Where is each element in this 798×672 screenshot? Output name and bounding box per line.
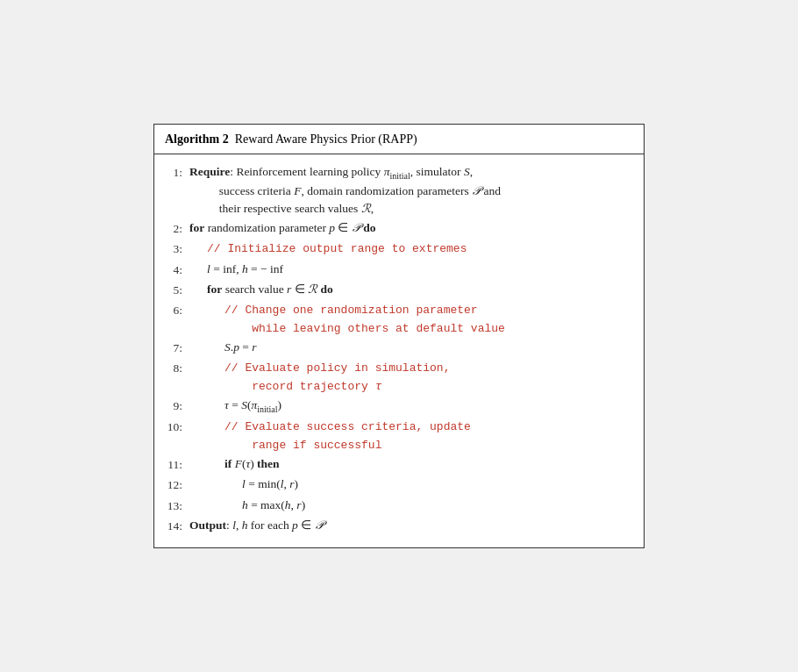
algorithm-label: Algorithm 2	[165, 132, 229, 146]
line-num-4: 4:	[165, 261, 189, 279]
line-10: 10: // Evaluate success criteria, update…	[165, 418, 633, 454]
line-content-7: S.p = r	[189, 339, 633, 356]
line-num-12: 12:	[165, 475, 189, 494]
line-2: 2: for randomization parameter p ∈ 𝒫 do	[165, 219, 633, 238]
line-9: 9: τ = S(πinitial)	[165, 397, 633, 416]
algorithm-body: 1: Require: Reinforcement learning polic…	[154, 154, 644, 547]
line-content-9: τ = S(πinitial)	[189, 397, 633, 416]
line-content-12: l = min(l, r)	[189, 475, 633, 493]
line-content-10: // Evaluate success criteria, update ran…	[189, 418, 633, 454]
line-content-11: if F(τ) then	[189, 455, 633, 473]
line-content-2: for randomization parameter p ∈ 𝒫 do	[189, 219, 633, 237]
algorithm-header: Algorithm 2 Reward Aware Physics Prior (…	[154, 125, 644, 154]
line-content-4: l = inf, h = − inf	[189, 261, 633, 278]
line-num-14: 14:	[165, 517, 189, 535]
line-num-1: 1:	[165, 163, 189, 182]
line-7: 7: S.p = r	[165, 339, 633, 357]
line-num-5: 5:	[165, 281, 189, 299]
line-content-3: // Initialize output range to extremes	[189, 239, 633, 258]
line-8: 8: // Evaluate policy in simulation, rec…	[165, 359, 633, 395]
line-num-9: 9:	[165, 397, 189, 415]
line-num-6: 6:	[165, 301, 189, 319]
line-4: 4: l = inf, h = − inf	[165, 261, 633, 279]
line-num-13: 13:	[165, 497, 189, 515]
line-3: 3: // Initialize output range to extreme…	[165, 239, 633, 258]
line-content-6: // Change one randomization parameter wh…	[189, 301, 633, 337]
line-content-8: // Evaluate policy in simulation, record…	[189, 359, 633, 395]
algorithm-box: Algorithm 2 Reward Aware Physics Prior (…	[153, 124, 645, 548]
line-1: 1: Require: Reinforcement learning polic…	[165, 163, 633, 218]
line-num-11: 11:	[165, 455, 189, 474]
line-num-3: 3:	[165, 239, 189, 258]
line-content-1: Require: Reinforcement learning policy π…	[189, 163, 633, 218]
line-12: 12: l = min(l, r)	[165, 475, 633, 494]
line-content-14: Output: l, h for each p ∈ 𝒫	[189, 517, 633, 534]
line-num-8: 8:	[165, 359, 189, 377]
line-content-13: h = max(h, r)	[189, 497, 633, 514]
line-13: 13: h = max(h, r)	[165, 497, 633, 515]
line-14: 14: Output: l, h for each p ∈ 𝒫	[165, 517, 633, 535]
line-num-7: 7:	[165, 339, 189, 357]
algorithm-title: Reward Aware Physics Prior (RAPP)	[232, 132, 417, 146]
line-num-10: 10:	[165, 418, 189, 436]
line-11: 11: if F(τ) then	[165, 455, 633, 474]
line-6: 6: // Change one randomization parameter…	[165, 301, 633, 337]
line-num-2: 2:	[165, 219, 189, 238]
line-content-5: for search value r ∈ ℛ do	[189, 281, 633, 298]
line-5: 5: for search value r ∈ ℛ do	[165, 281, 633, 299]
